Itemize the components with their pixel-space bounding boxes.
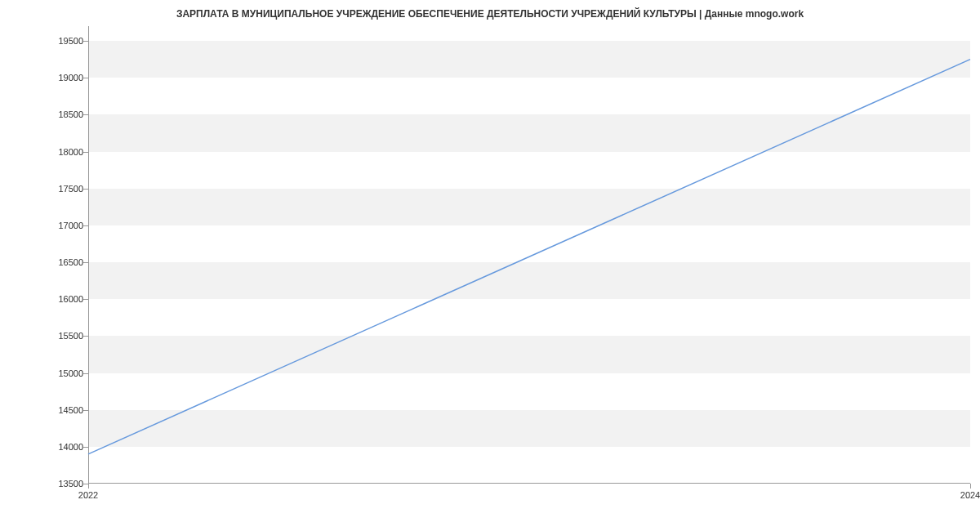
y-axis-label: 19500 xyxy=(34,36,83,46)
y-axis-label: 17500 xyxy=(34,184,83,194)
plot-area xyxy=(88,26,970,484)
y-axis-label: 15500 xyxy=(34,331,83,341)
y-axis-label: 17000 xyxy=(34,221,83,230)
x-axis-label: 2024 xyxy=(960,490,980,500)
y-axis-label: 18500 xyxy=(34,109,83,119)
y-axis-label: 13500 xyxy=(34,479,83,489)
line-plot-svg xyxy=(88,26,970,484)
salary-data-line xyxy=(88,60,970,454)
y-axis-label: 19000 xyxy=(34,73,83,83)
y-axis-label: 14000 xyxy=(34,442,83,452)
y-axis-label: 15000 xyxy=(34,368,83,378)
y-axis-label: 16000 xyxy=(34,294,83,304)
y-axis-label: 18000 xyxy=(34,147,83,157)
x-axis-label: 2022 xyxy=(78,490,98,500)
salary-chart: ЗАРПЛАТА В МУНИЦИПАЛЬНОЕ УЧРЕЖДЕНИЕ ОБЕС… xyxy=(0,0,980,531)
x-tick xyxy=(970,484,971,489)
chart-title: ЗАРПЛАТА В МУНИЦИПАЛЬНОЕ УЧРЕЖДЕНИЕ ОБЕС… xyxy=(0,8,980,20)
y-axis-label: 16500 xyxy=(34,257,83,267)
y-axis-label: 14500 xyxy=(34,405,83,415)
x-tick xyxy=(88,484,89,489)
